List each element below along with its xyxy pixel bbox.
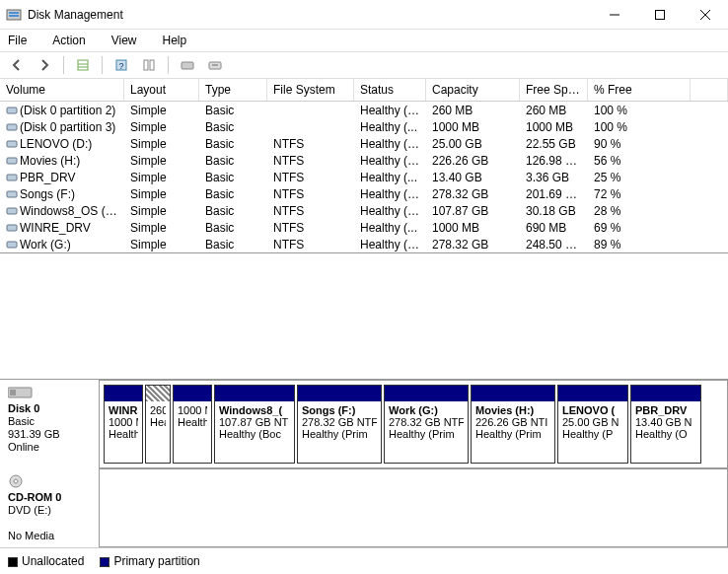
partition-status: Health: [178, 416, 207, 428]
col-extra[interactable]: [691, 79, 728, 101]
tb-btn-6[interactable]: [177, 54, 198, 76]
disk-row: CD-ROM 0DVD (E:)No Media: [0, 468, 728, 547]
unallocated-swatch: [8, 557, 18, 567]
volume-row[interactable]: LENOVO (D:)SimpleBasicNTFSHealthy (P...2…: [0, 135, 728, 152]
volume-name: (Disk 0 partition 3): [0, 120, 124, 134]
tb-btn-3[interactable]: [72, 54, 94, 76]
volume-name: WINRE_DRV: [0, 221, 124, 235]
partition[interactable]: PBR_DRV13.40 GB NHealthy (O: [630, 385, 701, 464]
volume-type: Basic: [199, 204, 267, 218]
help-button[interactable]: ?: [110, 54, 132, 76]
tb-btn-5[interactable]: [138, 54, 160, 76]
partition[interactable]: Windows8_(107.87 GB NTHealthy (Boc: [214, 385, 295, 464]
volume-row[interactable]: WINRE_DRVSimpleBasicNTFSHealthy (...1000…: [0, 219, 728, 236]
pane-splitter[interactable]: [0, 252, 728, 380]
close-button[interactable]: [683, 0, 728, 30]
disk-type: DVD (E:): [8, 504, 91, 516]
partition-size: 226.26 GB NTI: [475, 416, 550, 428]
disk-partitions: [99, 468, 728, 547]
partition-name: Work (G:): [389, 404, 464, 416]
volume-row[interactable]: (Disk 0 partition 3)SimpleBasicHealthy (…: [0, 118, 728, 135]
volume-capacity: 1000 MB: [426, 221, 520, 235]
partition-size: 107.87 GB NT: [219, 416, 290, 428]
cdrom-icon: [8, 474, 34, 488]
col-capacity[interactable]: Capacity: [426, 79, 520, 101]
maximize-button[interactable]: [637, 0, 683, 30]
menu-help[interactable]: Help: [159, 32, 191, 49]
partition-status: Heal: [150, 416, 166, 428]
partition-size: 278.32 GB NTF: [389, 416, 464, 428]
volume-row[interactable]: (Disk 0 partition 2)SimpleBasicHealthy (…: [0, 102, 728, 118]
volume-free: 260 MB: [520, 104, 588, 117]
partition-status: Healthy (P: [562, 428, 623, 440]
partition[interactable]: LENOVO (25.00 GB NHealthy (P: [557, 385, 628, 464]
tb-btn-7[interactable]: [204, 54, 226, 76]
svg-rect-4: [656, 10, 665, 19]
volume-layout: Simple: [124, 120, 199, 134]
volume-status: Healthy (P...: [354, 137, 426, 151]
volume-list: Volume Layout Type File System Status Ca…: [0, 79, 728, 252]
partition-size: 13.40 GB N: [635, 416, 696, 428]
svg-rect-1: [9, 12, 19, 14]
svg-rect-2: [9, 15, 19, 17]
svg-rect-13: [150, 60, 154, 70]
partition[interactable]: Work (G:)278.32 GB NTFHealthy (Prim: [384, 385, 469, 464]
graphical-view: Disk 0Basic931.39 GBOnlineWINRE1000 MHea…: [0, 380, 728, 547]
minimize-button[interactable]: [592, 0, 637, 30]
svg-rect-14: [182, 62, 193, 69]
col-free-space[interactable]: Free Spa...: [520, 79, 588, 101]
volume-filesystem: NTFS: [267, 137, 354, 151]
partition-size: 1000 M: [178, 404, 207, 416]
svg-rect-7: [78, 60, 88, 70]
volume-row[interactable]: PBR_DRVSimpleBasicNTFSHealthy (...13.40 …: [0, 169, 728, 185]
volume-layout: Simple: [124, 221, 199, 235]
menubar: File Action View Help: [0, 30, 728, 51]
toolbar: ?: [0, 51, 728, 79]
volume-row[interactable]: Songs (F:)SimpleBasicNTFSHealthy (P...27…: [0, 185, 728, 202]
partition[interactable]: WINRE1000 MHealth: [104, 385, 143, 464]
partition-name: Songs (F:): [302, 404, 377, 416]
disk-label[interactable]: Disk 0Basic931.39 GBOnline: [0, 380, 99, 468]
partition-header: [631, 386, 700, 401]
volume-layout: Simple: [124, 154, 199, 168]
col-layout[interactable]: Layout: [124, 79, 199, 101]
volume-type: Basic: [199, 221, 267, 235]
partition-status: Health: [109, 428, 138, 440]
partition[interactable]: Songs (F:)278.32 GB NTFHealthy (Prim: [297, 385, 382, 464]
partition-status: Healthy (Prim: [475, 428, 550, 440]
disk-size: 931.39 GB: [8, 428, 91, 440]
menu-view[interactable]: View: [108, 32, 141, 49]
volume-type: Basic: [199, 187, 267, 201]
menu-file[interactable]: File: [4, 32, 31, 49]
volume-capacity: 13.40 GB: [426, 171, 520, 184]
volume-pct-free: 28 %: [588, 204, 691, 218]
disk-label[interactable]: CD-ROM 0DVD (E:)No Media: [0, 468, 99, 547]
volume-filesystem: NTFS: [267, 238, 354, 251]
partition[interactable]: 260 IHeal: [145, 385, 171, 464]
volume-free: 22.55 GB: [520, 137, 588, 151]
disk-partitions: WINRE1000 MHealth260 IHeal1000 MHealthWi…: [99, 380, 728, 468]
col-status[interactable]: Status: [354, 79, 426, 101]
svg-rect-23: [7, 208, 17, 214]
partition-header: [472, 386, 554, 401]
col-filesystem[interactable]: File System: [267, 79, 354, 101]
volume-row[interactable]: Work (G:)SimpleBasicNTFSHealthy (P...278…: [0, 236, 728, 252]
back-button[interactable]: [6, 54, 28, 76]
col-pct-free[interactable]: % Free: [588, 79, 691, 101]
partition[interactable]: 1000 MHealth: [173, 385, 212, 464]
partition-header: [215, 386, 294, 401]
col-volume[interactable]: Volume: [0, 79, 124, 101]
volume-status: Healthy (...: [354, 171, 426, 184]
volume-filesystem: NTFS: [267, 171, 354, 184]
volume-capacity: 226.26 GB: [426, 154, 520, 168]
volume-filesystem: NTFS: [267, 204, 354, 218]
volume-layout: Simple: [124, 204, 199, 218]
volume-row[interactable]: Windows8_OS (C:)SimpleBasicNTFSHealthy (…: [0, 202, 728, 219]
forward-button[interactable]: [34, 54, 55, 76]
partition[interactable]: Movies (H:)226.26 GB NTIHealthy (Prim: [471, 385, 555, 464]
menu-action[interactable]: Action: [48, 32, 89, 49]
volume-row[interactable]: Movies (H:)SimpleBasicNTFSHealthy (P...2…: [0, 152, 728, 169]
volume-type: Basic: [199, 137, 267, 151]
col-type[interactable]: Type: [199, 79, 267, 101]
volume-name: Movies (H:): [0, 154, 124, 168]
